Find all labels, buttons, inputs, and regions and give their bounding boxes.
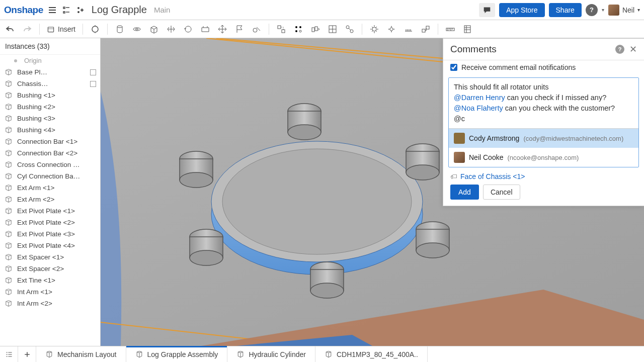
notify-checkbox-row[interactable]: Receive comment email notifications xyxy=(443,60,644,74)
tool-replicate-icon[interactable] xyxy=(310,24,320,34)
sidebar-item[interactable]: Ext Pivot Plate <1> xyxy=(0,205,100,217)
tab-list-icon[interactable] xyxy=(0,346,18,362)
svg-point-33 xyxy=(222,149,412,254)
sidebar-item[interactable]: Ext Spacer <2> xyxy=(0,263,100,275)
main-area: Instances (33) OriginBase Pl…Chassis…Bus… xyxy=(0,38,644,346)
user-menu[interactable]: Neil ▾ xyxy=(608,5,640,16)
part-icon xyxy=(4,104,13,111)
notify-checkbox[interactable] xyxy=(450,64,457,71)
sidebar-item[interactable]: Cross Connection … xyxy=(0,159,100,170)
tab[interactable]: CDH1MP3_80_45_400A.. xyxy=(315,346,428,362)
part-icon xyxy=(4,254,13,261)
svg-point-3 xyxy=(92,26,98,32)
sidebar-item[interactable]: Ext Pivot Plate <3> xyxy=(0,228,100,240)
reference-link[interactable]: Face of Chassis <1> xyxy=(460,172,525,180)
part-icon xyxy=(4,277,13,284)
mention[interactable]: @Darren Henry xyxy=(454,94,505,102)
tree-config-icon[interactable] xyxy=(61,5,71,15)
comments-help-icon[interactable]: ? xyxy=(615,45,624,54)
tool-cylinder-icon[interactable] xyxy=(115,24,125,34)
tool-bom-icon[interactable] xyxy=(462,24,472,34)
svg-rect-14 xyxy=(312,28,314,32)
menu-icon[interactable] xyxy=(47,5,57,15)
mention[interactable]: @Noa Flaherty xyxy=(454,104,503,112)
tool-arrows-icon[interactable] xyxy=(166,24,176,34)
close-icon[interactable]: ✕ xyxy=(629,44,637,55)
origin-item[interactable]: Origin xyxy=(0,55,100,66)
tool-move-icon[interactable] xyxy=(217,24,227,34)
tool-revolve-icon[interactable] xyxy=(90,24,100,34)
document-workspace[interactable]: Main xyxy=(154,6,171,14)
tool-gear-icon[interactable] xyxy=(369,24,379,34)
cancel-button[interactable]: Cancel xyxy=(483,185,520,200)
add-tab-icon[interactable] xyxy=(18,346,36,362)
comment-reference[interactable]: 🏷 Face of Chassis <1> xyxy=(443,172,644,185)
sidebar-item[interactable]: Base Pl… xyxy=(0,66,100,78)
tool-box-icon[interactable] xyxy=(149,24,159,34)
mention-suggestion[interactable]: Neil Cooke (ncooke@onshape.com) xyxy=(449,148,638,167)
sidebar-item[interactable]: Chassis… xyxy=(0,78,100,89)
tool-flag-icon[interactable] xyxy=(234,24,245,34)
svg-rect-21 xyxy=(422,29,425,32)
sidebar-item[interactable]: Ext Spacer <1> xyxy=(0,251,100,263)
sidebar-header[interactable]: Instances (33) xyxy=(0,38,100,55)
sidebar-item[interactable]: Bushing <4> xyxy=(0,124,100,136)
sidebar-item[interactable]: Connection Bar <2> xyxy=(0,147,100,159)
share-button[interactable]: Share xyxy=(549,3,582,17)
app-logo[interactable]: Onshape xyxy=(4,5,43,16)
document-title[interactable]: Log Grapple xyxy=(92,4,147,16)
tag-icon: 🏷 xyxy=(450,172,457,180)
part-icon xyxy=(4,80,13,87)
undo-icon[interactable] xyxy=(5,24,15,34)
sidebar-item[interactable]: Ext Arm <2> xyxy=(0,194,100,205)
sidebar-item[interactable]: Ext Pivot Plate <4> xyxy=(0,240,100,251)
part-icon xyxy=(4,208,13,215)
comment-editor[interactable]: This should fit all rotator units @Darre… xyxy=(448,77,639,167)
sidebar-item[interactable]: Ext Arm <1> xyxy=(0,182,100,194)
svg-point-10 xyxy=(295,26,297,28)
sidebar-item[interactable]: Bushing <2> xyxy=(0,101,100,113)
appstore-button[interactable]: App Store xyxy=(499,3,544,17)
tool-rack-icon[interactable] xyxy=(404,24,414,34)
sidebar-list[interactable]: OriginBase Pl…Chassis…Bushing <1>Bushing… xyxy=(0,55,100,345)
tool-plane-icon[interactable] xyxy=(200,24,210,34)
sidebar-item[interactable]: Int Arm <1> xyxy=(0,286,100,298)
part-icon xyxy=(4,242,13,249)
tool-gear2-icon[interactable] xyxy=(386,24,396,34)
tool-rotate-icon[interactable] xyxy=(183,24,193,34)
redo-icon[interactable] xyxy=(22,24,32,34)
comments-toggle-icon[interactable] xyxy=(479,3,495,17)
sidebar-item[interactable]: Bushing <1> xyxy=(0,89,100,101)
mention-suggestion[interactable]: Cody Armstrong (cody@midwestmachinetech.… xyxy=(449,129,638,148)
tab[interactable]: Hydraulic Cylinder xyxy=(227,346,315,362)
svg-point-11 xyxy=(299,26,301,28)
part-icon xyxy=(4,265,13,273)
tool-measure-icon[interactable] xyxy=(445,24,455,34)
sidebar-item[interactable]: Cyl Connection Ba… xyxy=(0,170,100,182)
add-feature-icon[interactable] xyxy=(75,5,86,15)
svg-point-20 xyxy=(390,28,393,31)
sidebar-item[interactable]: Ext Tine <1> xyxy=(0,275,100,286)
sidebar-item[interactable]: Int Arm <2> xyxy=(0,298,100,309)
help-icon[interactable]: ? xyxy=(586,4,598,16)
tool-tangent-icon[interactable] xyxy=(252,24,262,34)
tool-pattern-icon[interactable] xyxy=(293,24,303,34)
drawing-badge-icon xyxy=(90,81,96,87)
tool-ring-icon[interactable] xyxy=(132,24,142,34)
tool-relation-icon[interactable] xyxy=(345,24,355,34)
viewport-3d[interactable]: Comments ? ✕ Receive comment email notif… xyxy=(101,38,644,346)
add-comment-button[interactable]: Add xyxy=(450,185,479,200)
insert-button[interactable]: Insert xyxy=(47,25,75,33)
tab[interactable]: Mechanism Layout xyxy=(36,346,126,362)
sidebar-item[interactable]: Connection Bar <1> xyxy=(0,136,100,147)
tool-grid-icon[interactable] xyxy=(328,24,338,34)
svg-point-7 xyxy=(253,28,257,32)
part-icon xyxy=(4,69,13,76)
tool-assembly-icon[interactable] xyxy=(421,24,431,34)
tab[interactable]: Log Grapple Assembly xyxy=(126,346,228,362)
comment-text[interactable]: This should fit all rotator units @Darre… xyxy=(449,78,638,128)
sidebar-item[interactable]: Ext Pivot Plate <2> xyxy=(0,217,100,228)
sidebar-item[interactable]: Bushing <3> xyxy=(0,113,100,124)
tool-group-icon[interactable] xyxy=(276,24,286,34)
notify-label: Receive comment email notifications xyxy=(461,63,576,71)
